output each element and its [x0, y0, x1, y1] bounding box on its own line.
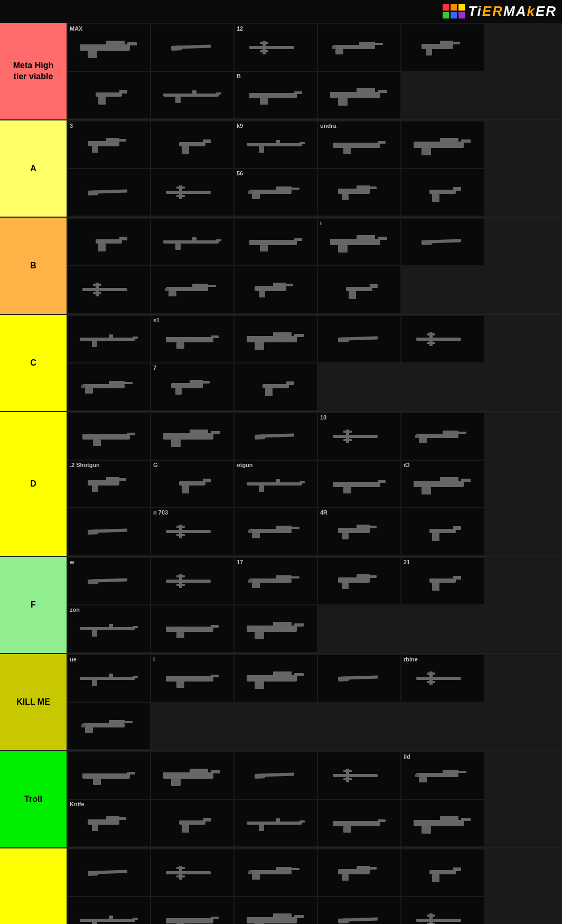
svg-rect-235	[109, 674, 113, 678]
item-cell-k4	[318, 655, 400, 702]
tier-label-killme: KILL ME	[0, 654, 67, 750]
gun-silhouette-d14	[318, 508, 400, 555]
svg-rect-91	[378, 237, 387, 240]
svg-rect-164	[106, 477, 119, 481]
svg-rect-144	[93, 440, 101, 446]
svg-rect-218	[432, 583, 439, 591]
item-cell-a4: undra	[318, 122, 400, 168]
svg-rect-89	[357, 235, 375, 239]
svg-rect-257	[122, 721, 133, 723]
gun-silhouette-t1	[68, 752, 150, 799]
svg-rect-95	[82, 288, 127, 291]
svg-rect-284	[182, 825, 189, 833]
svg-rect-148	[190, 430, 208, 434]
gun-silhouette-c2	[151, 316, 233, 362]
svg-rect-129	[427, 333, 435, 335]
svg-rect-81	[175, 244, 181, 250]
svg-rect-168	[182, 486, 189, 493]
svg-rect-252	[427, 673, 435, 675]
svg-rect-160	[419, 438, 427, 443]
item-label-k2: i	[153, 656, 155, 662]
item-label-d12: n 703	[153, 509, 168, 516]
svg-rect-336	[427, 914, 435, 917]
item-label-d10: iO	[404, 462, 410, 468]
svg-rect-261	[127, 772, 135, 774]
svg-rect-183	[414, 481, 422, 487]
svg-rect-74	[432, 194, 439, 202]
svg-rect-181	[422, 487, 431, 494]
svg-rect-135	[81, 385, 86, 388]
gun-silhouette-d4	[318, 413, 400, 460]
svg-rect-15	[332, 46, 336, 49]
svg-rect-41	[179, 142, 205, 146]
tier-items-f: w1721zon	[67, 557, 562, 653]
svg-rect-156	[343, 431, 352, 433]
gun-silhouette-b4	[318, 219, 400, 265]
svg-rect-149	[171, 440, 181, 447]
item-cell-a6	[68, 169, 150, 216]
tier-row-never: Never used5- Renneti	[0, 848, 562, 924]
tier-label-a: A	[0, 120, 67, 217]
svg-rect-330	[294, 915, 304, 918]
svg-rect-306	[249, 870, 292, 874]
item-cell-d3	[235, 413, 317, 460]
svg-rect-150	[211, 431, 220, 434]
svg-rect-222	[92, 630, 97, 637]
svg-rect-103	[165, 288, 169, 291]
item-cell-n1	[68, 850, 150, 896]
gun-silhouette-t8	[235, 800, 317, 846]
gun-silhouette-f1	[68, 558, 150, 604]
tier-row-b: Bi	[0, 218, 562, 315]
svg-rect-29	[260, 98, 268, 105]
svg-rect-298	[461, 818, 471, 821]
svg-rect-18	[426, 49, 432, 55]
svg-rect-110	[370, 284, 378, 288]
item-cell-d12: n 703	[151, 508, 233, 555]
item-cell-a5	[401, 122, 484, 168]
item-cell-t9	[318, 800, 400, 846]
svg-rect-45	[276, 140, 280, 144]
item-cell-t8	[235, 800, 317, 846]
svg-rect-210	[252, 583, 260, 588]
svg-rect-22	[119, 90, 127, 94]
gun-silhouette-b1	[68, 219, 150, 265]
item-cell-k2: i	[151, 655, 233, 702]
item-cell-d13	[235, 508, 317, 555]
svg-rect-321	[133, 918, 138, 920]
item-cell-t5: ild	[401, 752, 484, 799]
svg-rect-92	[330, 239, 338, 245]
svg-rect-4	[80, 44, 88, 50]
item-cell-m7	[151, 72, 233, 118]
item-cell-a9	[318, 169, 400, 216]
item-cell-a7	[151, 169, 233, 216]
tier-label-c: C	[0, 315, 67, 411]
svg-rect-114	[133, 337, 138, 339]
item-cell-t2	[151, 752, 233, 799]
svg-rect-117	[176, 342, 184, 349]
svg-rect-249	[338, 676, 349, 682]
item-label-d4: 10	[320, 414, 326, 421]
item-cell-c4	[318, 316, 400, 362]
svg-rect-228	[166, 627, 176, 631]
item-cell-d2	[151, 413, 233, 460]
svg-rect-186	[166, 530, 211, 533]
item-cell-m3: 12	[235, 24, 317, 71]
svg-rect-272	[343, 770, 352, 772]
gun-silhouette-n5	[401, 850, 484, 896]
item-cell-b1	[68, 219, 150, 265]
svg-rect-180	[440, 477, 458, 481]
svg-rect-230	[273, 622, 292, 626]
item-label-d8: otgun	[237, 462, 253, 468]
item-cell-t10	[401, 800, 484, 846]
svg-rect-153	[255, 434, 265, 440]
tier-row-c: Cs17	[0, 315, 562, 412]
svg-rect-242	[166, 676, 176, 681]
item-cell-c5	[401, 316, 484, 362]
svg-rect-42	[182, 146, 189, 154]
item-label-c7: 7	[153, 365, 156, 371]
svg-rect-201	[453, 526, 461, 530]
tier-label-text-c: C	[30, 358, 36, 369]
gun-silhouette-d13	[235, 508, 317, 555]
logo-cell-2	[451, 4, 457, 11]
gun-silhouette-k1	[68, 655, 150, 702]
